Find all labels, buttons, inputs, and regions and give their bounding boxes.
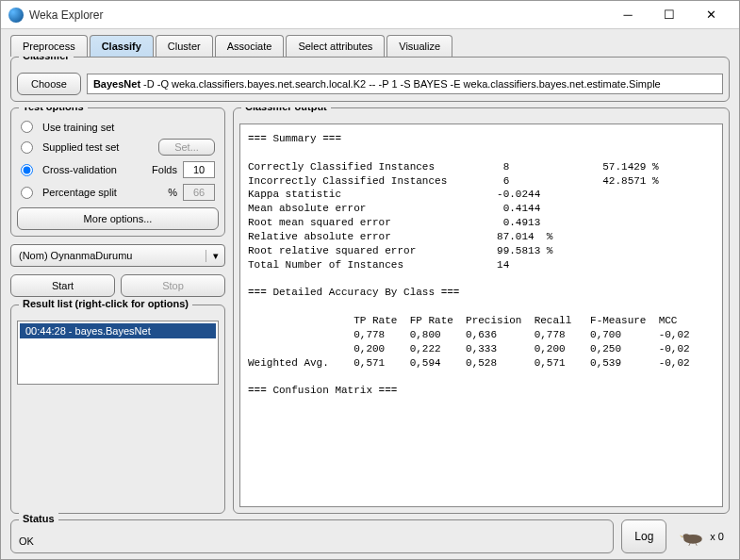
- tab-cluster[interactable]: Cluster: [156, 35, 213, 57]
- classifier-name: BayesNet: [93, 78, 140, 90]
- radio-percentage-split[interactable]: [21, 187, 33, 199]
- radio-supplied-test[interactable]: [21, 141, 33, 154]
- close-icon[interactable]: ✕: [690, 2, 732, 28]
- set-button[interactable]: Set...: [158, 139, 215, 156]
- result-item[interactable]: 00:44:28 - bayes.BayesNet: [20, 323, 216, 338]
- test-options-title: Test options: [19, 107, 88, 112]
- tab-bar: Preprocess Classify Cluster Associate Se…: [1, 29, 739, 57]
- log-button[interactable]: Log: [621, 519, 666, 553]
- bird-count: x 0: [710, 531, 724, 542]
- result-list-panel: Result list (right-click for options) 00…: [10, 305, 225, 514]
- label-cross-validation: Cross-validation: [42, 164, 146, 175]
- radio-cross-validation[interactable]: [21, 164, 33, 176]
- more-options-button[interactable]: More options...: [17, 207, 219, 230]
- folds-input[interactable]: [183, 161, 215, 178]
- status-panel: Status OK: [10, 519, 614, 553]
- combo-value: (Nom) OynanmaDurumu: [11, 250, 206, 261]
- minimize-icon[interactable]: ─: [607, 2, 649, 28]
- svg-point-1: [683, 534, 690, 539]
- tab-associate[interactable]: Associate: [215, 35, 285, 57]
- folds-label: Folds: [152, 164, 177, 175]
- tab-preprocess[interactable]: Preprocess: [10, 35, 88, 57]
- label-supplied-test: Supplied test set: [42, 141, 153, 153]
- app-icon: [8, 8, 24, 23]
- weka-window: Weka Explorer ─ ☐ ✕ Preprocess Classify …: [0, 0, 740, 560]
- window-title: Weka Explorer: [29, 8, 607, 22]
- test-options-panel: Test options Use training set Supplied t…: [10, 107, 225, 237]
- result-list-title: Result list (right-click for options): [19, 298, 192, 309]
- percent-label: %: [168, 187, 177, 198]
- status-text: OK: [19, 530, 605, 547]
- tab-visualize[interactable]: Visualize: [386, 35, 452, 57]
- titlebar: Weka Explorer ─ ☐ ✕: [1, 1, 739, 29]
- weka-bird: x 0: [674, 519, 730, 553]
- classifier-panel: Classifier Choose BayesNet -D -Q weka.cl…: [10, 57, 730, 102]
- svg-line-2: [689, 543, 690, 546]
- tab-select-attributes[interactable]: Select attributes: [286, 35, 385, 57]
- classifier-output-text[interactable]: === Summary === Correctly Classified Ins…: [239, 124, 723, 507]
- bird-icon: [680, 527, 706, 546]
- label-training-set: Use training set: [42, 122, 215, 133]
- tab-classify[interactable]: Classify: [90, 35, 154, 57]
- radio-training-set[interactable]: [21, 121, 33, 133]
- classifier-params: -D -Q weka.classifiers.bayes.net.search.…: [140, 78, 661, 90]
- classifier-string[interactable]: BayesNet -D -Q weka.classifiers.bayes.ne…: [87, 74, 723, 94]
- output-panel-title: Classifier output: [241, 107, 331, 112]
- start-button[interactable]: Start: [10, 274, 115, 297]
- classifier-panel-title: Classifier: [19, 57, 74, 61]
- label-percentage-split: Percentage split: [42, 187, 162, 198]
- stop-button: Stop: [121, 274, 225, 297]
- maximize-icon[interactable]: ☐: [649, 2, 690, 28]
- percent-input: [183, 184, 215, 201]
- svg-line-3: [696, 543, 697, 546]
- result-list[interactable]: 00:44:28 - bayes.BayesNet: [17, 321, 219, 385]
- class-attribute-combo[interactable]: (Nom) OynanmaDurumu ▾: [10, 244, 225, 267]
- status-title: Status: [19, 513, 58, 524]
- choose-button[interactable]: Choose: [17, 73, 81, 95]
- chevron-down-icon: ▾: [206, 250, 224, 262]
- classifier-output-panel: Classifier output === Summary === Correc…: [233, 107, 730, 514]
